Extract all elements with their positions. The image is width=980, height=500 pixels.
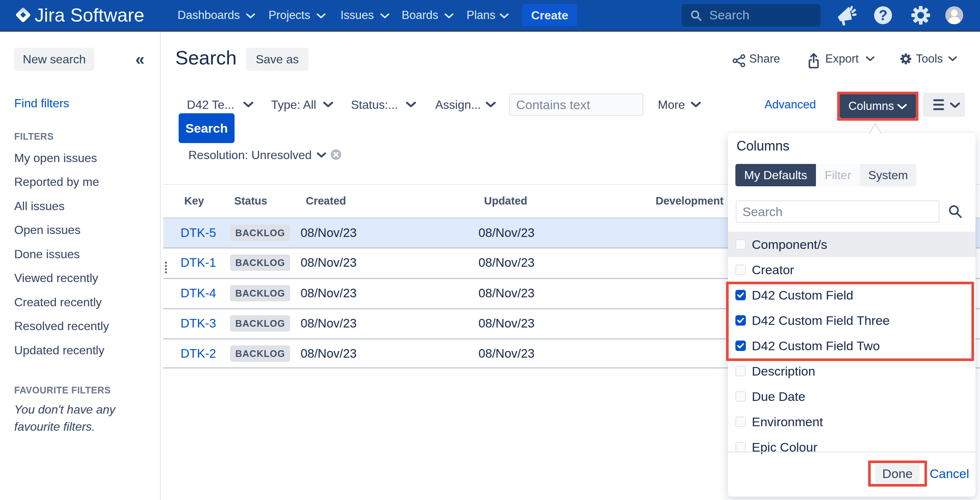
svg-text:?: ? — [878, 8, 887, 23]
